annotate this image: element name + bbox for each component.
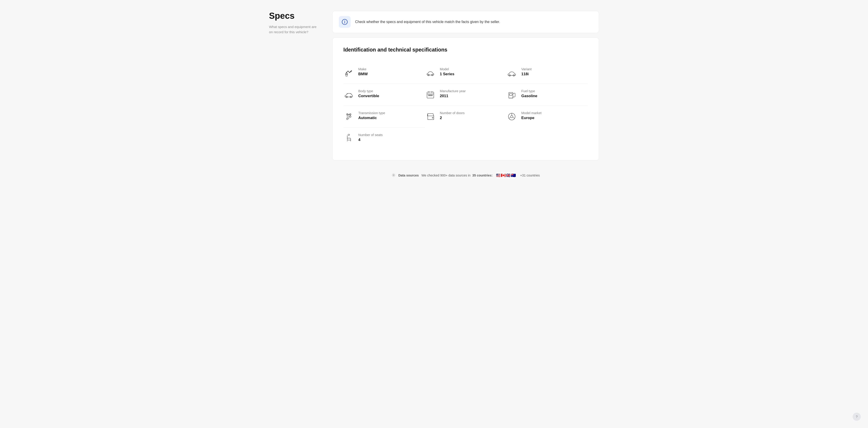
svg-line-45 bbox=[509, 117, 511, 119]
seats-value: 4 bbox=[358, 138, 383, 142]
manufacture-year-value: 2011 bbox=[440, 94, 466, 98]
variant-content: Variant 118i bbox=[521, 67, 532, 76]
transmission-icon bbox=[343, 111, 354, 122]
svg-rect-21 bbox=[427, 92, 434, 98]
model-icon bbox=[425, 67, 436, 78]
svg-point-34 bbox=[346, 118, 348, 120]
manufacture-year-label: Manufacture year bbox=[440, 89, 466, 93]
spec-item-make: Make BMW bbox=[343, 62, 425, 84]
market-icon bbox=[506, 111, 517, 122]
fuel-type-label: Fuel type bbox=[521, 89, 537, 93]
left-panel: Specs What specs and equipment are on re… bbox=[269, 11, 319, 183]
info-icon-wrapper bbox=[339, 16, 350, 28]
body-type-icon bbox=[343, 89, 354, 100]
svg-rect-29 bbox=[509, 94, 512, 95]
spec-item-manufacture-year: Manufacture year 2011 bbox=[425, 84, 506, 106]
doors-label: Number of doors bbox=[440, 111, 465, 115]
svg-rect-26 bbox=[430, 95, 431, 96]
make-value: BMW bbox=[358, 72, 368, 76]
variant-label: Variant bbox=[521, 67, 532, 71]
spec-item-seats: Number of seats 4 bbox=[343, 128, 425, 150]
svg-point-41 bbox=[432, 117, 433, 118]
market-label: Model market bbox=[521, 111, 541, 115]
spec-item-market: Model market Europe bbox=[506, 106, 588, 128]
variant-value: 118i bbox=[521, 72, 532, 76]
specs-card: Identification and technical specificati… bbox=[332, 37, 599, 160]
sun-icon: ✳ bbox=[392, 172, 396, 178]
svg-line-46 bbox=[513, 117, 515, 119]
specs-grid: Make BMW Model bbox=[343, 62, 588, 150]
body-type-content: Body type Convertible bbox=[358, 89, 379, 98]
flag-au: 🇦🇺 bbox=[510, 172, 517, 178]
footer-data-sources-label: Data sources bbox=[398, 173, 418, 177]
page-title: Specs bbox=[269, 11, 319, 21]
body-type-label: Body type bbox=[358, 89, 379, 93]
footer-data-sources-text: We checked 900+ data sources in 35 count… bbox=[422, 173, 493, 177]
svg-rect-25 bbox=[428, 95, 429, 96]
model-value: 1 Series bbox=[440, 72, 454, 76]
seats-label: Number of seats bbox=[358, 133, 383, 137]
svg-point-35 bbox=[349, 116, 351, 118]
svg-point-43 bbox=[510, 116, 513, 118]
spec-item-body-type: Body type Convertible bbox=[343, 84, 425, 106]
transmission-value: Automatic bbox=[358, 116, 385, 120]
body-type-value: Convertible bbox=[358, 94, 379, 98]
info-banner-text: Check whether the specs and equipment of… bbox=[355, 19, 500, 25]
page-subtitle: What specs and equipment are on record f… bbox=[269, 24, 319, 35]
specs-card-title: Identification and technical specificati… bbox=[343, 47, 588, 53]
fuel-type-icon bbox=[506, 89, 517, 100]
spec-item-model: Model 1 Series bbox=[425, 62, 506, 84]
svg-rect-27 bbox=[431, 95, 432, 96]
footer-sources: ✳ Data sources We checked 900+ data sour… bbox=[332, 165, 599, 183]
model-label: Model bbox=[440, 67, 454, 71]
info-icon bbox=[342, 19, 348, 25]
market-value: Europe bbox=[521, 116, 541, 120]
spec-item-variant: Variant 118i bbox=[506, 62, 588, 84]
flag-group: 🇺🇸 🇨🇦 🇬🇧 🇦🇺 bbox=[495, 172, 517, 178]
spec-item-doors: Number of doors 2 bbox=[425, 106, 506, 128]
transmission-label: Transmission type bbox=[358, 111, 385, 115]
fuel-type-content: Fuel type Gasoline bbox=[521, 89, 537, 98]
make-label: Make bbox=[358, 67, 368, 71]
manufacture-year-content: Manufacture year 2011 bbox=[440, 89, 466, 98]
make-content: Make BMW bbox=[358, 67, 368, 76]
manufacture-year-icon bbox=[425, 89, 436, 100]
doors-icon bbox=[425, 111, 436, 122]
doors-value: 2 bbox=[440, 116, 465, 120]
model-content: Model 1 Series bbox=[440, 67, 454, 76]
info-banner: Check whether the specs and equipment of… bbox=[332, 11, 599, 33]
spec-item-fuel-type: Fuel type Gasoline bbox=[506, 84, 588, 106]
fuel-type-value: Gasoline bbox=[521, 94, 537, 98]
make-icon bbox=[343, 67, 354, 78]
spec-item-transmission: Transmission type Automatic bbox=[343, 106, 425, 128]
plus-countries: +31 countries bbox=[520, 173, 540, 177]
doors-content: Number of doors 2 bbox=[440, 111, 465, 120]
right-panel: Check whether the specs and equipment of… bbox=[332, 11, 599, 183]
transmission-content: Transmission type Automatic bbox=[358, 111, 385, 120]
seats-content: Number of seats 4 bbox=[358, 133, 383, 142]
help-button[interactable]: ? bbox=[852, 413, 861, 421]
market-content: Model market Europe bbox=[521, 111, 541, 120]
seats-icon bbox=[343, 133, 354, 144]
variant-icon bbox=[506, 67, 517, 78]
svg-point-47 bbox=[348, 134, 350, 136]
